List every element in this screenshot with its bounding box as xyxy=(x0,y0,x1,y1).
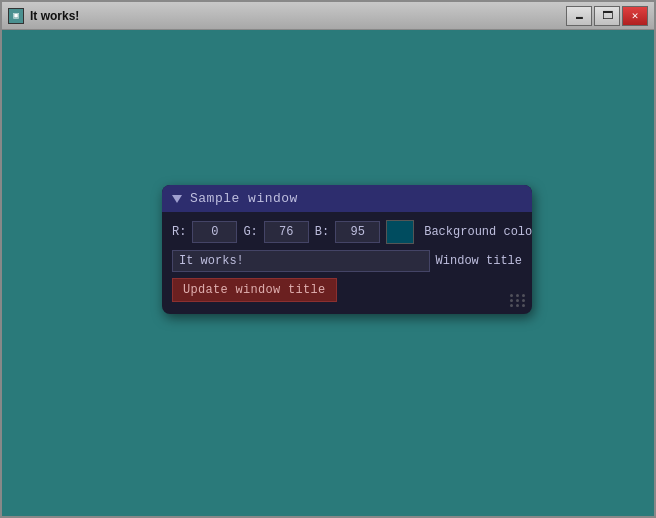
collapse-triangle-icon[interactable] xyxy=(172,195,182,203)
window-title-input[interactable] xyxy=(172,250,430,272)
panel-title: Sample window xyxy=(190,191,298,206)
panel-body: R: G: B: Background color Window title U… xyxy=(162,212,532,314)
os-window: ▣ It works! 🗕 🗖 ✕ Sample window xyxy=(0,0,656,518)
b-input[interactable] xyxy=(335,221,380,243)
title-input-row: Window title xyxy=(172,250,522,272)
resize-dot xyxy=(516,304,519,307)
app-icon: ▣ xyxy=(8,8,24,24)
r-label: R: xyxy=(172,225,186,239)
update-window-title-button[interactable]: Update window title xyxy=(172,278,337,302)
resize-dot xyxy=(522,304,525,307)
resize-dot xyxy=(516,299,519,302)
sample-panel: Sample window R: G: B: Background color xyxy=(162,185,532,314)
window-title-label: Window title xyxy=(436,254,522,268)
background-color-label: Background color xyxy=(424,225,532,239)
close-button[interactable]: ✕ xyxy=(622,6,648,26)
minimize-button[interactable]: 🗕 xyxy=(566,6,592,26)
resize-handle[interactable] xyxy=(510,294,524,308)
resize-dot xyxy=(510,299,513,302)
title-bar: ▣ It works! 🗕 🗖 ✕ xyxy=(2,2,654,30)
window-controls: 🗕 🗖 ✕ xyxy=(566,6,648,26)
main-content: Sample window R: G: B: Background color xyxy=(2,30,654,516)
resize-dot xyxy=(522,294,525,297)
resize-dot xyxy=(522,299,525,302)
panel-header: Sample window xyxy=(162,185,532,212)
r-input[interactable] xyxy=(192,221,237,243)
resize-dot xyxy=(516,294,519,297)
b-label: B: xyxy=(315,225,329,239)
maximize-button[interactable]: 🗖 xyxy=(594,6,620,26)
color-row: R: G: B: Background color xyxy=(172,220,522,244)
g-input[interactable] xyxy=(264,221,309,243)
g-label: G: xyxy=(243,225,257,239)
resize-dot xyxy=(510,294,513,297)
window-title: It works! xyxy=(30,9,560,23)
resize-dot xyxy=(510,304,513,307)
color-swatch[interactable] xyxy=(386,220,414,244)
